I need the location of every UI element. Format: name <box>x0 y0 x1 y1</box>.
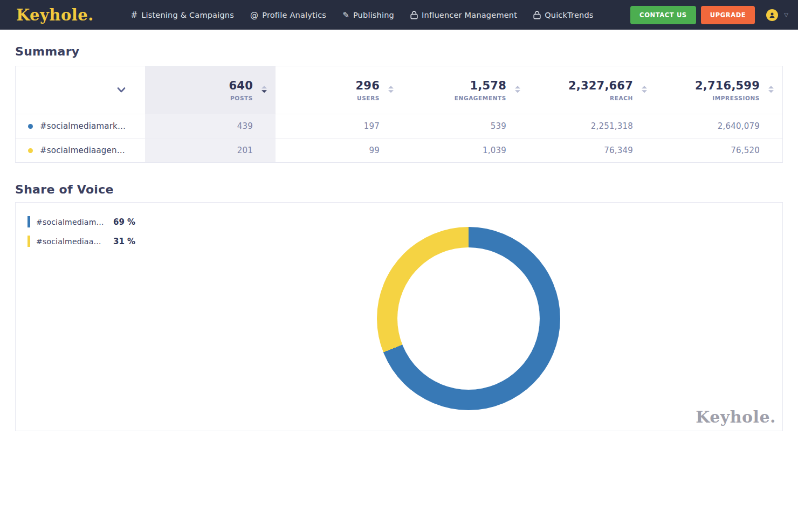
donut-hole <box>397 247 540 390</box>
share-of-voice-title: Share of Voice <box>15 183 783 196</box>
column-selector[interactable] <box>16 66 145 114</box>
legend-swatch <box>27 236 30 247</box>
chevron-down-icon[interactable]: ▽ <box>784 12 788 18</box>
nav-item-profile-analytics[interactable]: @ Profile Analytics <box>250 10 326 20</box>
person-icon <box>768 11 776 19</box>
sort-icon[interactable] <box>388 86 394 93</box>
at-icon: @ <box>250 10 258 20</box>
sort-icon[interactable] <box>642 86 647 93</box>
keyhole-watermark: Keyhole. <box>696 407 776 426</box>
top-nav: Keyhole. # Listening & Campaigns @ Profi… <box>0 0 798 30</box>
column-header-impressions[interactable]: 2,716,599 IMPRESSIONS <box>656 66 782 114</box>
series-color-dot <box>28 124 33 129</box>
nav-item-influencer-management[interactable]: Influencer Management <box>410 11 517 19</box>
hashtag-name: #socialmediamark… <box>40 121 126 131</box>
sort-icon[interactable] <box>768 86 774 93</box>
cell-reach: 2,251,318 <box>529 114 656 138</box>
nav-item-quicktrends[interactable]: QuickTrends <box>533 11 593 19</box>
hashtag-link[interactable]: #socialmediamark… <box>16 114 145 138</box>
legend-swatch <box>27 216 30 227</box>
hashtag-name: #socialmediaagen… <box>40 146 125 155</box>
table-row: #socialmediamark… 439 197 539 2,251,318 … <box>16 114 782 138</box>
nav-right: CONTACT US UPGRADE ▽ <box>630 6 788 24</box>
summary-table: 640 POSTS 296 USERS 1,578 ENGAGEMENTS 2,… <box>15 66 783 163</box>
summary-table-header: 640 POSTS 296 USERS 1,578 ENGAGEMENTS 2,… <box>16 66 782 114</box>
legend-percent: 69 % <box>113 217 135 227</box>
cell-posts: 201 <box>145 139 276 162</box>
cell-engagements: 539 <box>402 114 529 138</box>
cell-impressions: 76,520 <box>656 139 782 162</box>
upgrade-button[interactable]: UPGRADE <box>701 6 755 24</box>
main-nav: # Listening & Campaigns @ Profile Analyt… <box>94 10 630 20</box>
share-of-voice-panel: #socialmediam… 69 % #socialmediaa… 31 % … <box>15 202 783 431</box>
lock-icon <box>410 11 418 19</box>
nav-item-label: QuickTrends <box>545 11 593 19</box>
hashtag-link[interactable]: #socialmediaagen… <box>16 139 145 162</box>
main-content: Summary 640 POSTS 296 USERS 1,578 ENGAGE… <box>0 45 798 431</box>
lock-icon <box>533 11 541 19</box>
nav-item-publishing[interactable]: ✎ Publishing <box>342 10 394 20</box>
cell-reach: 76,349 <box>529 139 656 162</box>
chevron-down-icon <box>117 87 126 93</box>
sort-icon[interactable] <box>515 86 520 93</box>
nav-item-label: Influencer Management <box>422 11 517 19</box>
column-header-posts[interactable]: 640 POSTS <box>145 66 276 114</box>
share-of-voice-donut[interactable] <box>377 227 560 410</box>
sort-icon[interactable] <box>262 86 267 93</box>
legend-percent: 31 % <box>113 237 135 246</box>
column-header-users[interactable]: 296 USERS <box>276 66 402 114</box>
cell-posts: 439 <box>145 114 276 138</box>
column-header-engagements[interactable]: 1,578 ENGAGEMENTS <box>402 66 529 114</box>
series-color-dot <box>28 148 33 153</box>
cell-engagements: 1,039 <box>402 139 529 162</box>
nav-item-label: Listening & Campaigns <box>141 11 234 19</box>
cell-impressions: 2,640,079 <box>656 114 782 138</box>
brand-logo[interactable]: Keyhole. <box>16 6 94 24</box>
user-avatar[interactable] <box>766 9 778 21</box>
chart-legend: #socialmediam… 69 % #socialmediaa… 31 % <box>27 216 135 247</box>
pen-icon: ✎ <box>342 10 349 20</box>
legend-item[interactable]: #socialmediaa… 31 % <box>27 236 135 247</box>
summary-title: Summary <box>15 45 783 58</box>
nav-item-label: Publishing <box>353 11 394 19</box>
legend-item[interactable]: #socialmediam… 69 % <box>27 216 135 227</box>
column-header-reach[interactable]: 2,327,667 REACH <box>529 66 656 114</box>
cell-users: 197 <box>276 114 402 138</box>
table-row: #socialmediaagen… 201 99 1,039 76,349 76… <box>16 138 782 162</box>
hash-icon: # <box>130 10 137 20</box>
nav-item-label: Profile Analytics <box>262 11 326 19</box>
cell-users: 99 <box>276 139 402 162</box>
contact-us-button[interactable]: CONTACT US <box>630 6 696 24</box>
nav-item-listening-campaigns[interactable]: # Listening & Campaigns <box>130 10 234 20</box>
